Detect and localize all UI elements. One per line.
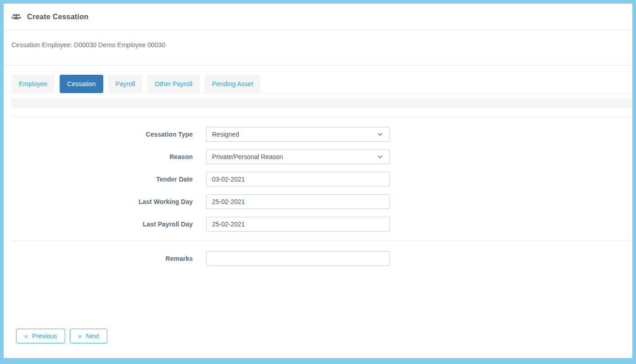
create-cessation-page: Create Cessation Cessation Employee: D00…: [0, 0, 636, 364]
form-row-last-working-day: Last Working Day: [4, 194, 632, 209]
tabs-section: Employee Cessation Payroll Other Payroll…: [4, 66, 632, 117]
cessation-form: Cessation Type Resigned Reason Private/P…: [4, 117, 632, 343]
last-payroll-day-input[interactable]: [206, 217, 390, 232]
tab-employee[interactable]: Employee: [11, 75, 55, 93]
tabs-row: Employee Cessation Payroll Other Payroll…: [4, 75, 632, 94]
divider: [11, 241, 632, 241]
remarks-input[interactable]: [206, 251, 390, 266]
form-row-cessation-type: Cessation Type Resigned: [4, 127, 632, 142]
chevron-down-icon: [378, 155, 383, 159]
cessation-type-select[interactable]: Resigned: [206, 127, 390, 142]
users-icon: [11, 13, 21, 21]
last-working-day-label: Last Working Day: [4, 198, 193, 205]
cessation-type-label: Cessation Type: [4, 131, 193, 138]
next-button-label: Next: [86, 332, 99, 340]
form-row-tender-date: Tender Date: [4, 172, 632, 187]
form-row-remarks: Remarks: [4, 251, 632, 266]
next-button[interactable]: » Next: [70, 329, 107, 343]
cessation-type-value: Resigned: [212, 131, 239, 138]
tab-cessation[interactable]: Cessation: [60, 75, 103, 93]
reason-value: Private/Personal Reason: [212, 153, 283, 160]
page-header: Create Cessation: [4, 4, 632, 30]
wizard-buttons: « Previous » Next: [4, 329, 632, 343]
tab-payroll[interactable]: Payroll: [108, 75, 143, 93]
reason-select[interactable]: Private/Personal Reason: [206, 149, 390, 164]
form-row-last-payroll-day: Last Payroll Day: [4, 217, 632, 232]
last-working-day-input[interactable]: [206, 194, 390, 209]
progress-strip: [11, 98, 632, 108]
form-row-reason: Reason Private/Personal Reason: [4, 149, 632, 164]
last-payroll-day-label: Last Payroll Day: [4, 221, 193, 228]
reason-label: Reason: [4, 153, 193, 160]
previous-button-label: Previous: [32, 332, 57, 340]
page-title: Create Cessation: [27, 13, 89, 21]
previous-button[interactable]: « Previous: [16, 329, 65, 343]
chevron-down-icon: [378, 133, 383, 136]
tab-pending-asset[interactable]: Pending Asset: [205, 75, 261, 93]
tab-other-payroll[interactable]: Other Payroll: [147, 75, 200, 93]
double-right-angle-icon: »: [78, 332, 82, 340]
tender-date-label: Tender Date: [4, 176, 193, 183]
tender-date-input[interactable]: [206, 172, 390, 187]
cessation-employee-text: Cessation Employee: D00030 Demo Employee…: [11, 41, 165, 49]
double-left-angle-icon: «: [24, 332, 28, 340]
cessation-employee-line: Cessation Employee: D00030 Demo Employee…: [4, 30, 632, 66]
remarks-label: Remarks: [4, 255, 193, 262]
